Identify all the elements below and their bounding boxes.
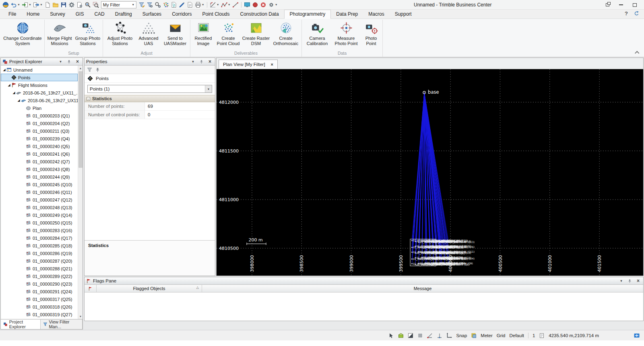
layer-indicator-icon[interactable]: [471, 333, 477, 338]
pin-button[interactable]: [198, 59, 205, 65]
ribbon-button-change-coordinate-system[interactable]: Change Coordinate System: [2, 20, 43, 47]
view-filter-combo[interactable]: My Filter▼: [101, 1, 136, 8]
ribbon-tab-home[interactable]: Home: [21, 10, 45, 19]
expander-icon[interactable]: ◢: [2, 68, 6, 72]
lock-selection-icon[interactable]: [95, 67, 100, 72]
open-project-button[interactable]: [52, 1, 60, 9]
ribbon-button-group-photo-stations[interactable]: Group Photo Stations: [74, 20, 102, 47]
ribbon-tab-surfaces[interactable]: Surfaces: [137, 10, 167, 19]
tree-item-01-00000283-q16[interactable]: 01_00000283 (Q16): [1, 227, 78, 234]
pin-button[interactable]: [66, 59, 72, 65]
tree-item-01-00000289-q22[interactable]: 01_00000289 (Q22): [1, 272, 78, 280]
project-settings-button[interactable]: [76, 1, 84, 9]
plan-view-drawing[interactable]: 3980003985003990003995004000004005004010…: [217, 69, 643, 276]
collapse-ribbon-icon[interactable]: [635, 51, 639, 54]
close-button[interactable]: ×: [206, 59, 213, 65]
flagged-objects-column-header[interactable]: Flagged Objects △: [97, 285, 202, 292]
ribbon-tab-cad[interactable]: CAD: [89, 10, 109, 19]
tree-item-01-00000320-q28[interactable]: 01_00000320 (Q28): [1, 318, 78, 319]
tree-item-01-00000287-q20[interactable]: 01_00000287 (Q20): [1, 257, 78, 265]
minimize-button[interactable]: [614, 0, 628, 9]
record-button[interactable]: [251, 1, 259, 9]
tree-item-01-00000319-q27[interactable]: 01_00000319 (Q27): [1, 311, 78, 318]
tree-item-01-00000243-q8[interactable]: 01_00000243 (Q8): [1, 165, 78, 173]
panel-menu-button[interactable]: ▾: [190, 59, 196, 65]
ribbon-tab-data-prep[interactable]: Data Prep: [331, 10, 363, 19]
tree-item-01-00000285-q18[interactable]: 01_00000285 (Q18): [1, 242, 78, 249]
tree-item-plan[interactable]: Plan: [1, 104, 78, 112]
selection-mode-icon[interactable]: [388, 333, 394, 338]
default-label[interactable]: Default: [509, 333, 524, 338]
close-button[interactable]: ×: [635, 278, 642, 284]
surface-display-icon[interactable]: [398, 333, 404, 338]
tree-item-01-00000247-q12[interactable]: 01_00000247 (Q12): [1, 196, 78, 204]
chevron-down-icon[interactable]: ▼: [202, 3, 204, 6]
ribbon-tab-drafting[interactable]: Drafting: [110, 10, 137, 19]
new-project-button[interactable]: [43, 1, 52, 9]
tree-item-01-00000246-q11[interactable]: 01_00000246 (Q11): [1, 188, 78, 196]
tree-item-01-00000241-q6[interactable]: 01_00000241 (Q6): [1, 150, 78, 158]
tree-item-01-00000211-q3[interactable]: 01_00000211 (Q3): [1, 127, 78, 135]
plan-view-tab[interactable]: Plan View [My Filter] ×: [219, 60, 278, 69]
tree-item-01-00000239-q4[interactable]: 01_00000239 (Q4): [1, 135, 78, 142]
tree-item-01-00000245-q10[interactable]: 01_00000245 (Q10): [1, 181, 78, 188]
tree-item-01-00000203-q1[interactable]: 01_00000203 (Q1): [1, 112, 78, 119]
advanced-select-button[interactable]: [154, 1, 162, 9]
maximize-button[interactable]: [628, 0, 642, 9]
create-polyline-button[interactable]: ▼: [220, 1, 231, 9]
tree-item-01-00000244-q9[interactable]: 01_00000244 (Q9): [1, 173, 78, 181]
expander-icon[interactable]: ◢: [17, 99, 21, 102]
edit-view-filter-button[interactable]: [138, 1, 146, 9]
ribbon-tab-file[interactable]: File: [3, 10, 21, 19]
bottom-tab-view-filter-man[interactable]: View Filter Man...: [41, 319, 83, 329]
tree-item-01-00000290-q23[interactable]: 01_00000290 (Q23): [1, 280, 78, 288]
options-button[interactable]: [68, 1, 76, 9]
ribbon-button-merge-flight-missions[interactable]: Merge Flight Missions: [45, 20, 74, 47]
ribbon-button-adjust-photo-stations[interactable]: Adjust Photo Stations: [104, 20, 136, 47]
tree-item-01-00000240-q5[interactable]: 01_00000240 (Q5): [1, 142, 78, 150]
scroll-up-icon[interactable]: ▲: [78, 66, 83, 71]
chevron-down-icon[interactable]: ▼: [205, 85, 212, 93]
window-options-button[interactable]: [601, 0, 614, 9]
grid-display-icon[interactable]: [417, 333, 423, 338]
create-line-button[interactable]: [231, 1, 239, 9]
help-icon[interactable]: ?: [625, 10, 628, 16]
tree-item-01-00000248-q13[interactable]: 01_00000248 (Q13): [1, 204, 78, 211]
ortho-mode-icon[interactable]: [437, 333, 442, 338]
sheet-number[interactable]: 1: [533, 333, 535, 338]
bottom-tab-project-explorer[interactable]: Project Explorer: [1, 319, 41, 329]
export-button[interactable]: ▼: [32, 1, 43, 9]
ribbon-tab-survey[interactable]: Survey: [45, 10, 70, 19]
ribbon-button-create-orthomosaic[interactable]: Create Orthomosaic: [271, 20, 301, 47]
tree-item-unnamed[interactable]: ◢Unnamed: [1, 66, 78, 74]
selection-combo[interactable]: Points (1) ▼: [87, 85, 212, 93]
report-button[interactable]: [186, 1, 194, 9]
chevron-down-icon[interactable]: ▼: [275, 3, 278, 6]
ribbon-tab-support[interactable]: Support: [390, 10, 417, 19]
tree-item-2018-06-26-13h27-ux11[interactable]: ◢2018-06-26_13h27_UX11_...: [1, 89, 78, 97]
tree-item-2018-06-26-13h27-ux11[interactable]: ◢2018-06-26_13h27_UX11...: [1, 97, 78, 104]
ribbon-button-measure-photo-point[interactable]: Measure Photo Point: [332, 20, 361, 47]
pin-button[interactable]: [626, 278, 633, 284]
ribbon-tab-macros[interactable]: Macros: [363, 10, 389, 19]
flag-column-header[interactable]: [85, 285, 97, 292]
ribbon-button-photo-point[interactable]: Photo Point: [361, 20, 382, 47]
ribbon-button-rectified-image[interactable]: Rectified Image: [191, 20, 215, 47]
expander-icon[interactable]: ◢: [7, 83, 11, 87]
save-project-button[interactable]: [60, 1, 68, 9]
chevron-down-icon[interactable]: ▼: [228, 3, 231, 6]
snap-angle-icon[interactable]: [427, 333, 433, 338]
message-column-header[interactable]: Message: [202, 285, 643, 292]
background-color-icon[interactable]: [408, 333, 413, 338]
cursor-coordinates[interactable]: 4235.540 m,2109.714 m: [549, 333, 599, 338]
tree-item-01-00000284-q17[interactable]: 01_00000284 (Q17): [1, 234, 78, 242]
snap-label[interactable]: Snap: [456, 333, 467, 338]
tree-item-01-00000242-q7[interactable]: 01_00000242 (Q7): [1, 158, 78, 165]
scroll-down-icon[interactable]: ▼: [78, 314, 83, 319]
point-cloud-regions-button[interactable]: [170, 1, 178, 9]
chevron-down-icon[interactable]: ▼: [217, 3, 219, 6]
tree-scrollbar[interactable]: ▲ ▼: [78, 66, 83, 319]
expander-icon[interactable]: ◢: [12, 91, 16, 95]
plan-view-canvas[interactable]: 3980003985003990003995004000004005004010…: [217, 69, 643, 276]
close-tab-icon[interactable]: ×: [271, 62, 273, 67]
